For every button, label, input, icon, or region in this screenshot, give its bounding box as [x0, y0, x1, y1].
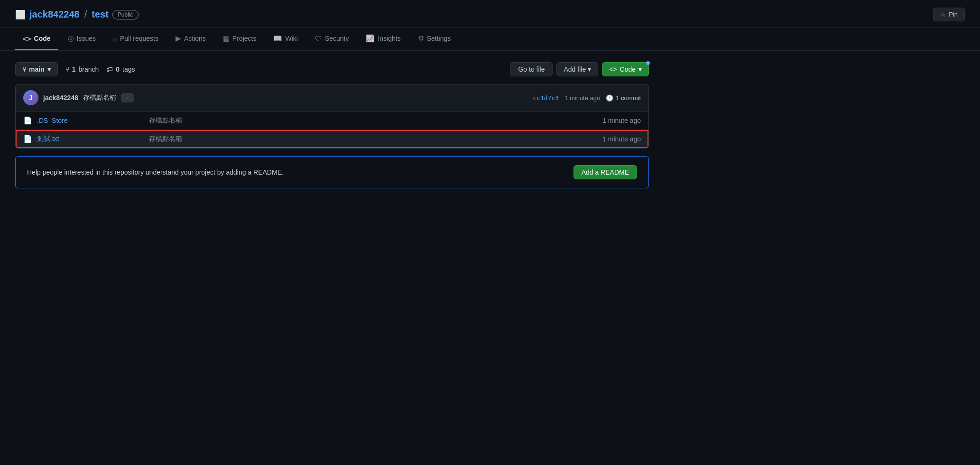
history-icon: 🕐: [606, 94, 613, 102]
actions-nav-icon: ▶: [176, 34, 181, 43]
tab-pull-requests-label: Pull requests: [120, 35, 158, 42]
readme-text: Help people interested in this repositor…: [27, 168, 284, 176]
file-commit-msg-test-txt: 存檔點名稱: [141, 135, 602, 143]
file-table: J jack842248 存檔點名稱 ··· cc1d7c3 1 minute …: [15, 84, 649, 149]
branch-icon: ⑂: [22, 65, 26, 73]
tab-wiki[interactable]: 📖 Wiki: [266, 28, 305, 50]
commit-left: J jack842248 存檔點名稱 ···: [23, 90, 134, 105]
code-button-label: Code: [620, 65, 636, 73]
code-button-dot: [646, 61, 650, 65]
tab-actions-label: Actions: [184, 35, 206, 42]
file-row-test-txt[interactable]: 📄 測試.txt 存檔點名稱 1 minute ago: [16, 130, 648, 148]
code-button-chevron: ▾: [638, 65, 642, 73]
branches-link[interactable]: ⑂ 1 branch: [65, 65, 99, 73]
file-icon-txt: 📄: [23, 135, 32, 143]
toolbar-left: ⑂ main ▾ ⑂ 1 branch 🏷 0 tags: [15, 62, 135, 76]
code-button-icon: <>: [609, 65, 617, 73]
file-time-ds-store: 1 minute ago: [602, 117, 641, 124]
tab-settings[interactable]: ⚙ Settings: [410, 28, 459, 50]
repo-name[interactable]: test: [92, 9, 109, 20]
add-file-label: Add file: [564, 65, 586, 73]
insights-nav-icon: 📈: [366, 34, 375, 43]
security-nav-icon: 🛡: [315, 35, 322, 43]
toolbar-row: ⑂ main ▾ ⑂ 1 branch 🏷 0 tags Go to file: [15, 62, 649, 76]
tab-projects-label: Projects: [232, 35, 257, 42]
tab-settings-label: Settings: [427, 35, 451, 42]
tags-label: tags: [122, 65, 135, 73]
issues-nav-icon: ◎: [68, 34, 74, 43]
file-commit-msg-ds-store: 存檔點名稱: [141, 116, 602, 125]
file-row-ds-store[interactable]: 📄 .DS_Store 存檔點名稱 1 minute ago: [16, 112, 648, 130]
branches-count: 1: [72, 65, 76, 73]
repo-owner-link[interactable]: jack842248: [29, 9, 80, 20]
tab-security[interactable]: 🛡 Security: [307, 28, 357, 50]
tab-code[interactable]: <> Code: [15, 28, 58, 50]
tab-pull-requests[interactable]: ⑃ Pull requests: [105, 28, 166, 50]
pin-label: Pin: [949, 11, 958, 18]
add-file-chevron-icon: ▾: [588, 65, 591, 73]
branches-label: branch: [78, 65, 99, 73]
branch-selector[interactable]: ⑂ main ▾: [15, 62, 58, 76]
commit-right: cc1d7c3 1 minute ago 🕐 1 commit: [533, 94, 641, 102]
commit-row: J jack842248 存檔點名稱 ··· cc1d7c3 1 minute …: [16, 84, 648, 112]
file-time-test-txt: 1 minute ago: [602, 135, 641, 143]
readme-banner: Help people interested in this repositor…: [15, 156, 649, 188]
tab-insights[interactable]: 📈 Insights: [358, 28, 408, 50]
repo-nav: <> Code ◎ Issues ⑃ Pull requests ▶ Actio…: [0, 28, 980, 51]
go-to-file-button[interactable]: Go to file: [510, 62, 553, 76]
file-name-ds-store[interactable]: .DS_Store: [37, 117, 141, 124]
tags-link[interactable]: 🏷 0 tags: [106, 65, 135, 73]
commit-author[interactable]: jack842248: [43, 94, 78, 102]
public-badge: Public: [112, 10, 139, 19]
chevron-down-icon: ▾: [47, 65, 51, 73]
star-icon: ☆: [940, 11, 946, 18]
toolbar-right: Go to file Add file ▾ <> Code ▾: [510, 62, 649, 76]
settings-nav-icon: ⚙: [418, 34, 424, 43]
projects-nav-icon: ▦: [223, 34, 230, 43]
code-nav-icon: <>: [23, 35, 31, 43]
commit-count: 1 commit: [616, 94, 641, 102]
tab-insights-label: Insights: [378, 35, 400, 42]
tab-wiki-label: Wiki: [285, 35, 297, 42]
tab-security-label: Security: [325, 35, 349, 42]
add-readme-button[interactable]: Add a README: [573, 165, 637, 179]
commit-history-link[interactable]: 🕐 1 commit: [606, 94, 641, 102]
tag-icon: 🏷: [106, 65, 113, 73]
pull-requests-nav-icon: ⑃: [113, 35, 117, 43]
tab-projects[interactable]: ▦ Projects: [215, 28, 264, 50]
repo-header: ⬜ jack842248 / test Public ☆ Pin: [0, 0, 980, 28]
tab-issues[interactable]: ◎ Issues: [60, 28, 103, 50]
tab-issues-label: Issues: [77, 35, 96, 42]
main-content: ⑂ main ▾ ⑂ 1 branch 🏷 0 tags Go to file: [0, 51, 664, 200]
repo-title-group: ⬜ jack842248 / test Public: [15, 9, 139, 20]
pin-button[interactable]: ☆ Pin: [933, 8, 965, 21]
add-file-button[interactable]: Add file ▾: [556, 62, 598, 76]
repo-slash: /: [84, 9, 87, 20]
tab-code-label: Code: [34, 35, 51, 42]
commit-hash[interactable]: cc1d7c3: [533, 94, 559, 102]
tags-count: 0: [116, 65, 120, 73]
branch-name: main: [29, 65, 45, 73]
repo-icon: ⬜: [15, 9, 26, 20]
avatar: J: [23, 90, 38, 105]
wiki-nav-icon: 📖: [273, 34, 282, 43]
code-button[interactable]: <> Code ▾: [602, 62, 649, 76]
commit-message: 存檔點名稱: [83, 93, 116, 102]
file-name-test-txt[interactable]: 測試.txt: [37, 135, 141, 143]
branch-meta-icon: ⑂: [65, 65, 69, 73]
commit-more-button[interactable]: ···: [121, 93, 134, 102]
tab-actions[interactable]: ▶ Actions: [168, 28, 213, 50]
branch-meta: ⑂ 1 branch 🏷 0 tags: [65, 65, 135, 73]
commit-time: 1 minute ago: [564, 94, 600, 102]
file-icon: 📄: [23, 116, 32, 125]
